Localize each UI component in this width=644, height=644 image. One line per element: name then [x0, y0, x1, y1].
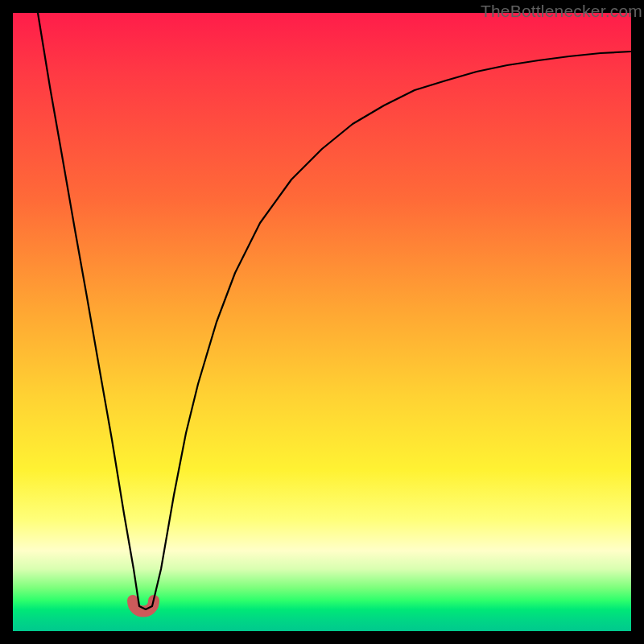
watermark-text: TheBottlenecker.com	[481, 2, 642, 21]
bottleneck-curve	[38, 13, 631, 609]
chart-frame	[13, 13, 631, 631]
curve-layer	[13, 13, 631, 631]
